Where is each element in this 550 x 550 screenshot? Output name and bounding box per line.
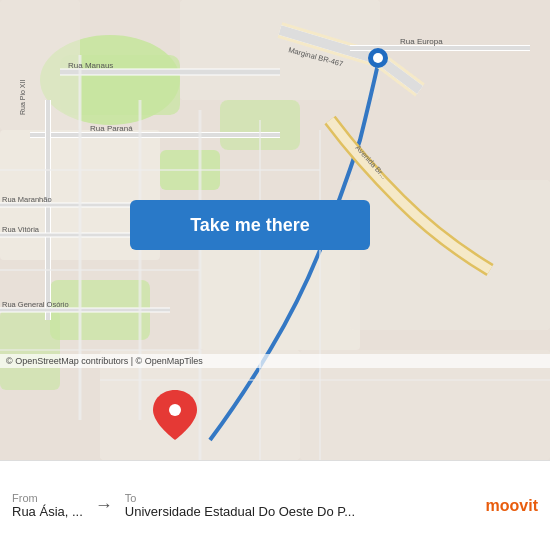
svg-rect-11 xyxy=(350,180,550,330)
moovit-text: moovit xyxy=(486,497,538,515)
svg-text:Rua Manaus: Rua Manaus xyxy=(68,61,113,70)
app: Rua Manaus Rua Europa Rua Paraná Rua Pio… xyxy=(0,0,550,550)
svg-text:Rua Paraná: Rua Paraná xyxy=(90,124,133,133)
svg-text:Rua Pio XII: Rua Pio XII xyxy=(19,80,26,115)
from-value: Rua Ásia, ... xyxy=(12,504,83,519)
svg-text:Rua Vitória: Rua Vitória xyxy=(2,225,40,234)
moovit-logo: moovit xyxy=(486,497,538,515)
take-me-there-button[interactable]: Take me there xyxy=(130,200,370,250)
svg-text:Rua Maranhão: Rua Maranhão xyxy=(2,195,52,204)
route-from: From Rua Ásia, ... xyxy=(12,492,83,519)
route-info: From Rua Ásia, ... → To Universidade Est… xyxy=(12,492,486,519)
bottom-bar: From Rua Ásia, ... → To Universidade Est… xyxy=(0,460,550,550)
route-to: To Universidade Estadual Do Oeste Do P..… xyxy=(125,492,355,519)
to-label: To xyxy=(125,492,355,504)
from-label: From xyxy=(12,492,83,504)
to-value: Universidade Estadual Do Oeste Do P... xyxy=(125,504,355,519)
route-arrow: → xyxy=(95,495,113,516)
svg-text:Rua Europa: Rua Europa xyxy=(400,37,443,46)
osm-credit: © OpenStreetMap contributors | © OpenMap… xyxy=(0,354,550,368)
svg-text:Rua General Osório: Rua General Osório xyxy=(2,300,69,309)
svg-point-49 xyxy=(169,404,181,416)
map-container: Rua Manaus Rua Europa Rua Paraná Rua Pio… xyxy=(0,0,550,460)
svg-point-47 xyxy=(373,53,383,63)
